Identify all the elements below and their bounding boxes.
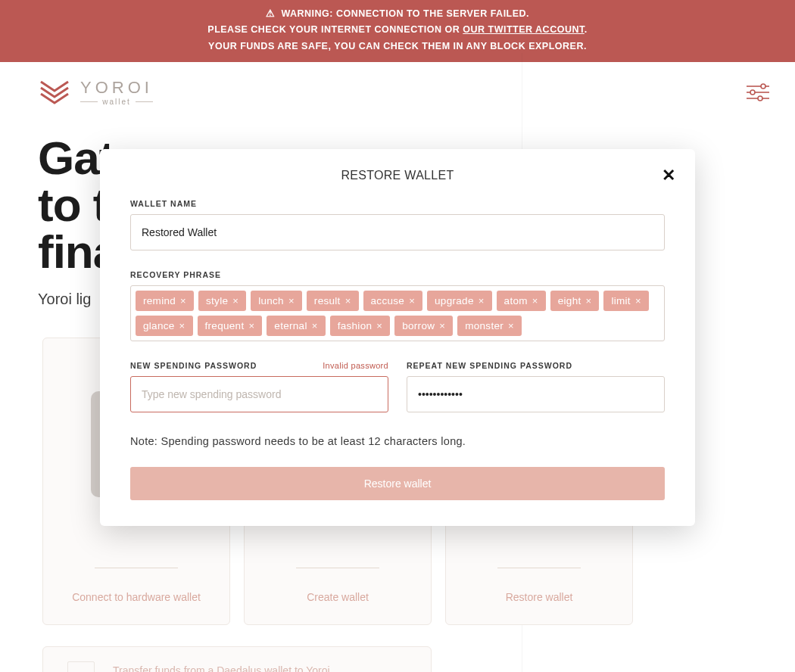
remove-word-icon[interactable]: × [439,320,445,331]
phrase-chip-glance[interactable]: glance× [136,316,193,336]
remove-word-icon[interactable]: × [479,295,485,306]
phrase-chip-upgrade[interactable]: upgrade× [427,291,492,311]
remove-word-icon[interactable]: × [288,295,295,306]
phrase-word: remind [143,295,176,306]
repeat-password-input[interactable] [407,376,665,412]
password-note: Note: Spending password needs to be at l… [130,435,665,447]
remove-word-icon[interactable]: × [312,320,318,331]
phrase-chip-accuse[interactable]: accuse× [363,291,422,311]
new-password-error: Invalid password [323,361,388,370]
phrase-chip-limit[interactable]: limit× [603,291,648,311]
phrase-word: eight [558,295,581,306]
phrase-chip-atom[interactable]: atom× [497,291,546,311]
phrase-word: frequent [205,320,245,331]
new-password-label: NEW SPENDING PASSWORD Invalid password [130,361,388,370]
close-icon[interactable]: ✕ [662,166,675,185]
modal-title: RESTORE WALLET [130,169,665,182]
phrase-chip-borrow[interactable]: borrow× [394,316,453,336]
wallet-name-input[interactable] [130,214,665,250]
phrase-word: result [314,295,341,306]
phrase-chip-fashion[interactable]: fashion× [330,316,391,336]
recovery-phrase-label: RECOVERY PHRASE [130,270,665,279]
phrase-chip-monster[interactable]: monster× [457,316,522,336]
phrase-word: monster [465,320,504,331]
recovery-phrase-box[interactable]: remind×style×lunch×result×accuse×upgrade… [130,285,665,341]
phrase-word: limit [611,295,631,306]
remove-word-icon[interactable]: × [532,295,538,306]
phrase-word: borrow [402,320,435,331]
phrase-word: style [206,295,228,306]
remove-word-icon[interactable]: × [409,295,415,306]
repeat-password-label: REPEAT NEW SPENDING PASSWORD [407,361,665,370]
phrase-word: glance [143,320,175,331]
phrase-chip-eight[interactable]: eight× [550,291,600,311]
phrase-chip-style[interactable]: style× [198,291,246,311]
new-password-input[interactable] [130,376,388,412]
remove-word-icon[interactable]: × [345,295,351,306]
phrase-chip-remind[interactable]: remind× [136,291,194,311]
phrase-chip-frequent[interactable]: frequent× [198,316,263,336]
remove-word-icon[interactable]: × [180,295,186,306]
restore-wallet-modal: RESTORE WALLET ✕ WALLET NAME RECOVERY PH… [100,149,695,526]
remove-word-icon[interactable]: × [586,295,592,306]
restore-wallet-button[interactable]: Restore wallet [130,467,665,500]
phrase-word: lunch [258,295,284,306]
phrase-chip-lunch[interactable]: lunch× [251,291,302,311]
phrase-chip-eternal[interactable]: eternal× [267,316,325,336]
phrase-word: atom [504,295,528,306]
phrase-word: fashion [338,320,373,331]
phrase-word: accuse [371,295,405,306]
remove-word-icon[interactable]: × [508,320,514,331]
phrase-word: upgrade [435,295,474,306]
remove-word-icon[interactable]: × [248,320,254,331]
remove-word-icon[interactable]: × [179,320,186,331]
phrase-word: eternal [274,320,307,331]
phrase-chip-result[interactable]: result× [307,291,359,311]
remove-word-icon[interactable]: × [635,295,641,306]
remove-word-icon[interactable]: × [376,320,382,331]
wallet-name-label: WALLET NAME [130,199,665,208]
remove-word-icon[interactable]: × [232,295,238,306]
